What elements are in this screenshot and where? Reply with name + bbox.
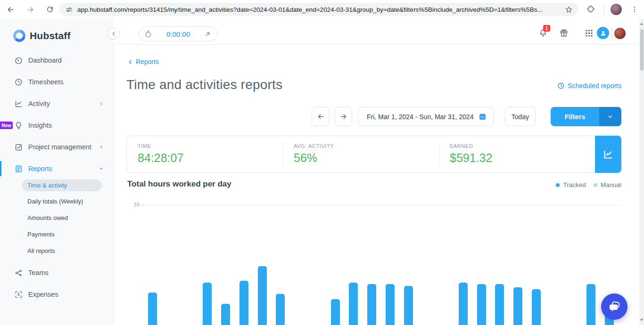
chart-bar[interactable] xyxy=(386,284,395,325)
sidebar-item-label: Teams xyxy=(28,269,49,276)
rewards-button[interactable] xyxy=(558,27,570,39)
chart-view-toggle-button[interactable] xyxy=(595,136,621,173)
scheduled-reports-link[interactable]: Scheduled reports xyxy=(557,82,621,89)
chart-bar[interactable] xyxy=(239,281,248,325)
sidebar-item-expenses[interactable]: $ Expenses xyxy=(14,289,58,300)
chart-title: Total hours worked per day xyxy=(127,179,231,189)
chevron-down-icon xyxy=(98,165,105,172)
chevron-down-icon xyxy=(607,114,613,120)
breadcrumb[interactable]: Reports xyxy=(127,58,159,65)
stopwatch-icon xyxy=(144,30,152,38)
profile-help-button[interactable] xyxy=(597,27,609,39)
chart-bar[interactable] xyxy=(349,283,358,325)
prev-period-button[interactable] xyxy=(312,107,330,126)
scrollbar-up-arrow[interactable] xyxy=(640,23,643,25)
site-settings-icon[interactable] xyxy=(64,5,74,14)
back-icon xyxy=(6,5,15,14)
sidebar-subitem-amounts-owed[interactable]: Amounts owed xyxy=(27,214,68,221)
calendar-icon xyxy=(479,113,487,121)
chart-bar[interactable] xyxy=(331,299,340,325)
sidebar-subitem-time-activity[interactable]: Time & activity xyxy=(22,179,102,191)
chart-bar[interactable] xyxy=(532,289,541,325)
browser-menu-button[interactable] xyxy=(629,4,640,15)
hubstaff-logo-mark xyxy=(12,29,26,43)
scheduled-reports-label: Scheduled reports xyxy=(568,82,621,89)
person-icon xyxy=(600,30,607,37)
sidebar-subitem-daily-totals[interactable]: Daily totals (Weekly) xyxy=(27,198,83,205)
chevron-left-icon xyxy=(98,144,105,150)
subitem-label: Time & activity xyxy=(27,182,67,189)
manual-dot-icon xyxy=(594,183,597,187)
chart-bar[interactable] xyxy=(367,284,376,325)
sidebar-item-project-management[interactable]: Project management xyxy=(14,141,91,153)
legend-item-tracked[interactable]: Tracked xyxy=(556,181,586,188)
filters-dropdown-toggle[interactable] xyxy=(599,107,621,126)
browser-back-button[interactable] xyxy=(5,4,16,15)
chart-bar[interactable] xyxy=(459,283,468,325)
chart-bar[interactable] xyxy=(148,292,157,325)
y-axis-tick-mark xyxy=(141,205,145,205)
sidebar-item-timesheets[interactable]: Timesheets xyxy=(14,76,63,88)
extensions-button[interactable] xyxy=(585,4,596,15)
filters-button[interactable]: Filters xyxy=(551,107,621,126)
chart-toggle-icon xyxy=(603,149,614,160)
apps-grid-button[interactable] xyxy=(583,27,594,39)
extensions-puzzle-icon xyxy=(586,5,595,14)
logo-text: Hubstaff xyxy=(30,30,71,41)
chart-bar[interactable] xyxy=(276,294,285,325)
date-range-picker[interactable]: Fri, Mar 1, 2024 - Sun, Mar 31, 2024 xyxy=(358,107,494,126)
next-period-button[interactable] xyxy=(335,107,352,126)
activity-chart-icon xyxy=(14,99,23,108)
sidebar-item-label: Reports xyxy=(28,165,52,172)
active-item-indicator xyxy=(0,161,1,176)
reload-icon xyxy=(46,5,54,14)
chart-bar[interactable] xyxy=(258,266,267,325)
chart-bar[interactable] xyxy=(513,287,522,325)
chart-bar[interactable] xyxy=(203,283,212,325)
hours-per-day-chart: 10 xyxy=(127,198,635,325)
url-text: app.hubstaff.com/reports/31415/my/time_a… xyxy=(77,6,543,13)
url-bar[interactable]: app.hubstaff.com/reports/31415/my/time_a… xyxy=(59,3,578,16)
hubstaff-logo[interactable]: Hubstaff xyxy=(12,26,71,45)
chat-widget-button[interactable] xyxy=(601,293,627,320)
user-avatar[interactable] xyxy=(614,27,626,40)
stat-earned: EARNED $591.32 xyxy=(439,136,595,173)
timer-widget[interactable]: 0:00:00 xyxy=(138,26,217,41)
gridline-10h xyxy=(147,205,622,205)
chart-bar[interactable] xyxy=(477,284,486,325)
kebab-menu-icon xyxy=(631,6,638,13)
chart-bar[interactable] xyxy=(586,284,595,325)
sidebar-collapse-button[interactable] xyxy=(107,27,120,40)
chart-bar[interactable] xyxy=(221,304,230,325)
sidebar-subitem-all-reports[interactable]: All reports xyxy=(27,247,55,254)
stat-value: 56% xyxy=(294,151,439,165)
sidebar-item-teams[interactable]: Teams xyxy=(14,267,49,278)
scrollbar-thumb[interactable] xyxy=(640,29,644,71)
sidebar-item-dashboard[interactable]: Dashboard xyxy=(14,55,62,66)
reports-document-icon xyxy=(14,164,23,173)
gift-icon xyxy=(559,28,569,38)
page-scrollbar[interactable] xyxy=(639,19,644,325)
sidebar-subitem-payments[interactable]: Payments xyxy=(27,231,55,238)
browser-reload-button[interactable] xyxy=(44,4,56,15)
today-button[interactable]: Today xyxy=(505,107,536,126)
sidebar-item-label: Timesheets xyxy=(28,78,63,86)
forward-icon xyxy=(26,5,35,14)
browser-forward-button[interactable] xyxy=(25,4,36,15)
legend-label: Tracked xyxy=(563,181,586,188)
timer-value: 0:00:00 xyxy=(157,30,199,38)
sidebar-item-activity[interactable]: Activity xyxy=(14,98,50,109)
sidebar-item-label: Dashboard xyxy=(28,57,62,64)
filters-main[interactable]: Filters xyxy=(551,107,599,126)
sidebar-item-reports[interactable]: Reports xyxy=(14,163,52,174)
bookmark-star-icon[interactable] xyxy=(564,5,573,14)
chart-bar[interactable] xyxy=(404,286,413,325)
sidebar-item-insights[interactable]: Insights xyxy=(14,120,52,131)
hubstaff-time-activities-screen: app.hubstaff.com/reports/31415/my/time_a… xyxy=(0,0,644,325)
chart-bar[interactable] xyxy=(495,284,504,325)
topbar-divider xyxy=(612,27,612,39)
scrollbar-down-arrow[interactable] xyxy=(640,319,643,321)
browser-profile-avatar[interactable] xyxy=(611,4,622,15)
open-timer-icon[interactable] xyxy=(204,31,211,38)
legend-item-manual[interactable]: Manual xyxy=(594,181,621,188)
